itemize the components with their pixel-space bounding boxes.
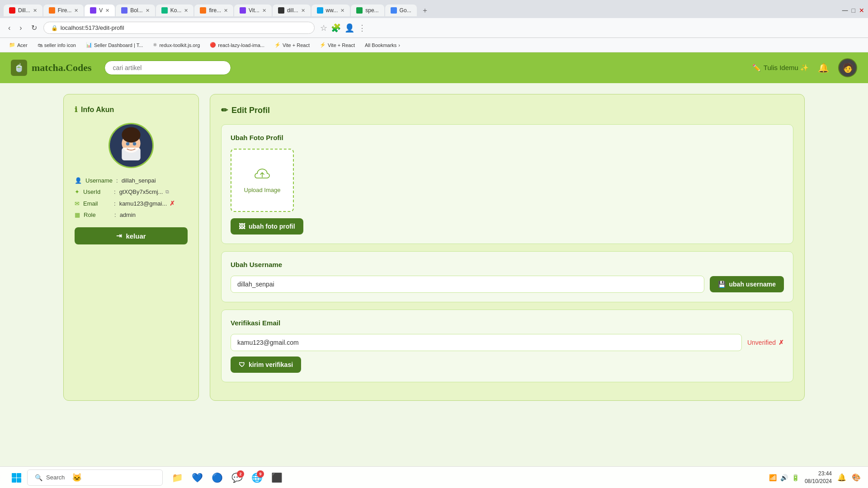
taskbar-whatsapp[interactable]: 💬 2 xyxy=(228,469,246,487)
bookmark-vite1[interactable]: ⚡ Vite + React xyxy=(271,41,313,49)
tab-close[interactable]: ✕ xyxy=(74,8,78,14)
taskbar: 🔍 Search 🐱 📁 💙 🔵 💬 2 🌐 9 ⬛ 📶 🔊 🔋 xyxy=(0,466,868,488)
svg-rect-7 xyxy=(17,473,21,478)
start-button[interactable] xyxy=(7,469,25,487)
whatsapp-badge: 2 xyxy=(237,470,244,478)
taskbar-vscode[interactable]: 💙 xyxy=(188,469,206,487)
bookmark-vite2[interactable]: ⚡ Vite + React xyxy=(316,41,359,49)
taskbar-chrome[interactable]: 🔵 xyxy=(208,469,226,487)
upload-label: Upload Image xyxy=(244,187,281,193)
logout-button[interactable]: ⇥ keluar xyxy=(75,227,188,244)
tab-label: Ko... xyxy=(170,7,182,14)
tab-close[interactable]: ✕ xyxy=(224,8,228,14)
upload-area[interactable]: Upload Image xyxy=(231,149,294,212)
notification-icon[interactable]: 🔔 xyxy=(837,473,846,482)
tab-gspread[interactable]: spe... xyxy=(351,5,384,16)
send-verification-button[interactable]: 🛡 kirim verifikasi xyxy=(231,357,301,373)
tab-firefox[interactable]: Fire... ✕ xyxy=(43,5,84,16)
copy-icon[interactable]: ⧉ xyxy=(165,189,169,195)
tab-close[interactable]: ✕ xyxy=(33,8,37,14)
bookmark-label: seller info icon xyxy=(44,42,76,48)
tab-close[interactable]: ✕ xyxy=(340,8,344,14)
photo-section: Ubah Foto Profil Upload Image 🖼 ubah fot… xyxy=(221,124,793,244)
tab-close[interactable]: ✕ xyxy=(184,8,188,14)
network-icon[interactable]: 📶 xyxy=(769,474,777,481)
change-username-button[interactable]: 💾 ubah username xyxy=(710,276,784,292)
tab-label: dill... xyxy=(287,7,298,14)
bookmark-redux[interactable]: ⚛ redux-toolkit.js.org xyxy=(149,41,203,49)
tab-favicon xyxy=(391,7,397,14)
tab-close[interactable]: ✕ xyxy=(262,8,266,14)
logo-area: 🍵 matcha.Codes xyxy=(11,60,92,76)
tab-favicon xyxy=(356,7,363,14)
url-bar[interactable]: 🔒 localhost:5173/edit-profil xyxy=(43,22,315,34)
bookmark-label: react-lazy-load-ima... xyxy=(218,42,264,48)
write-button[interactable]: ✏️ Tulis Idemu ✨ xyxy=(752,64,809,72)
search-input[interactable] xyxy=(104,61,231,75)
menu-icon[interactable]: ⋮ xyxy=(358,23,366,33)
svg-point-4 xyxy=(126,142,130,145)
tab-close[interactable]: ✕ xyxy=(301,8,305,14)
tab-fire[interactable]: fire... ✕ xyxy=(194,5,233,16)
forward-button[interactable]: › xyxy=(17,22,24,34)
taskbar-terminal[interactable]: ⬛ xyxy=(268,469,286,487)
taskbar-search-text: Search xyxy=(46,474,65,481)
taskbar-clock[interactable]: 23:44 08/10/2024 xyxy=(805,470,832,485)
header-right: ✏️ Tulis Idemu ✨ 🔔 🧑 xyxy=(752,58,857,77)
email-icon: ✉ xyxy=(75,200,80,207)
profile-avatar xyxy=(108,123,154,168)
edit-panel-title: ✏ Edit Profil xyxy=(221,105,793,115)
minimize-button[interactable]: ─ xyxy=(842,6,848,15)
back-button[interactable]: ‹ xyxy=(5,22,13,34)
avatar-img: 🧑 xyxy=(842,62,854,73)
logout-label: keluar xyxy=(126,232,146,240)
role-icon: ▦ xyxy=(75,211,80,218)
bookmark-seller-dashboard[interactable]: 📊 Seller Dashboard | T... xyxy=(82,41,146,49)
bookmark-seller-icon[interactable]: 🛍 seller info icon xyxy=(34,42,80,49)
bookmark-star-icon[interactable]: ☆ xyxy=(320,23,327,33)
upload-photo-button[interactable]: 🖼 ubah foto profil xyxy=(231,218,303,235)
bookmark-label: Vite + React xyxy=(328,42,355,48)
taskbar-chrome2[interactable]: 🌐 9 xyxy=(248,469,266,487)
bookmark-icon: ⚡ xyxy=(320,42,326,48)
pencil-icon: ✏️ xyxy=(752,64,761,72)
notification-bell-icon[interactable]: 🔔 xyxy=(818,62,829,73)
bookmark-acer[interactable]: 📁 Acer xyxy=(5,41,31,49)
tab-vite[interactable]: Vit... ✕ xyxy=(234,5,272,16)
wifi-icon[interactable]: 🔊 xyxy=(780,474,788,481)
tab-github[interactable]: dill... ✕ xyxy=(273,5,311,16)
search-decoration-icon: 🐱 xyxy=(72,473,82,483)
maximize-button[interactable]: □ xyxy=(852,7,855,14)
tab-ko[interactable]: Ko... ✕ xyxy=(156,5,194,16)
close-button[interactable]: ✕ xyxy=(859,7,864,14)
colon: : xyxy=(116,177,118,184)
refresh-button[interactable]: ↻ xyxy=(28,22,40,34)
tab-label: Fire... xyxy=(58,7,72,14)
tab-close[interactable]: ✕ xyxy=(105,8,109,14)
tab-ww[interactable]: ww... ✕ xyxy=(311,5,350,16)
taskbar-explorer[interactable]: 📁 xyxy=(168,469,186,487)
volume-icon[interactable]: 🔋 xyxy=(792,474,799,481)
tab-active[interactable]: V ✕ xyxy=(85,5,115,16)
system-tray-icons: 📶 🔊 🔋 xyxy=(769,474,799,481)
tab-label: ww... xyxy=(326,7,338,14)
info-panel-title: ℹ Info Akun xyxy=(75,105,188,114)
taskbar-search-bar[interactable]: 🔍 Search 🐱 xyxy=(27,469,163,486)
bookmark-all[interactable]: All Bookmarks › xyxy=(361,42,404,49)
taskbar-right: 📶 🔊 🔋 23:44 08/10/2024 🔔 🎨 xyxy=(769,470,861,485)
profile-icon[interactable]: 👤 xyxy=(344,23,354,33)
tab-goo[interactable]: Go... xyxy=(385,5,417,16)
taskbar-search-icon: 🔍 xyxy=(35,474,42,481)
new-tab-button[interactable]: ＋ xyxy=(418,4,432,17)
bookmark-lazy-load[interactable]: 🔴 react-lazy-load-ima... xyxy=(206,41,268,49)
user-avatar[interactable]: 🧑 xyxy=(838,58,857,77)
tab-bold[interactable]: Bol... ✕ xyxy=(116,5,155,16)
color-scheme-icon[interactable]: 🎨 xyxy=(852,473,861,482)
tab-tiktok[interactable]: Dill... ✕ xyxy=(4,5,42,16)
email-input[interactable] xyxy=(231,334,742,351)
tab-close[interactable]: ✕ xyxy=(146,8,150,14)
username-input[interactable] xyxy=(231,276,704,293)
extension-icon[interactable]: 🧩 xyxy=(331,23,341,33)
change-username-label: ubah username xyxy=(729,281,776,288)
address-bar: ‹ › ↻ 🔒 localhost:5173/edit-profil ☆ 🧩 👤… xyxy=(0,18,868,38)
